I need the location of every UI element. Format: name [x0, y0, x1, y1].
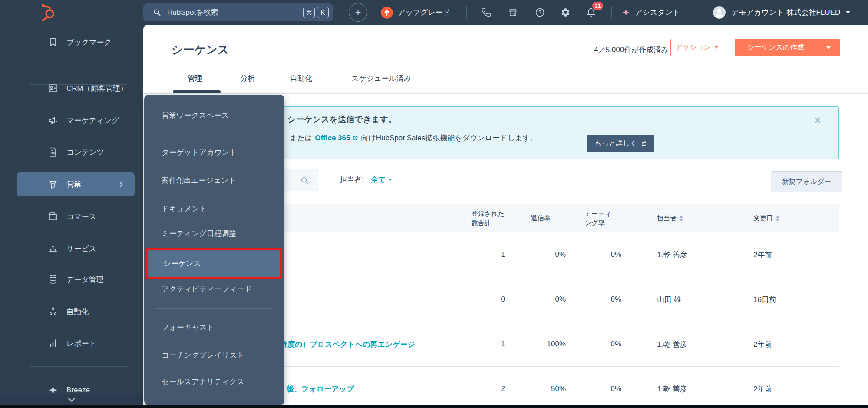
modified-cell: 2年前: [738, 250, 839, 260]
sidebar-item-service[interactable]: サービス: [0, 239, 143, 258]
actions-button[interactable]: アクション: [670, 39, 723, 56]
sidebar-collapse-button[interactable]: [0, 394, 143, 405]
reply-rate-cell: 0%: [510, 295, 571, 304]
sidebar-item-automation[interactable]: 自動化: [0, 302, 143, 321]
sparkle-icon: [622, 8, 630, 17]
sidebar-item-label: コンテンツ: [66, 147, 104, 157]
calling-icon[interactable]: [481, 7, 491, 17]
owner-filter-selected: 全て: [371, 175, 386, 185]
owner-filter-value[interactable]: 全て: [371, 175, 392, 185]
contact-card-icon: [48, 83, 58, 93]
sequence-name-link[interactable]: 確度の）プロスペクトへの再エンゲージ: [280, 340, 415, 348]
k-key-icon: K: [317, 7, 329, 18]
sidebar-item-marketing[interactable]: マーケティング: [0, 111, 143, 130]
sidebar-item-label: レポート: [66, 338, 96, 348]
account-name: デモアカウント-株式会社FLUED: [731, 7, 840, 17]
top-bar: ⌘ K + アップグレード 21 アシスタント デモアカウント-株式会社FLUE…: [0, 0, 868, 25]
modified-cell: 2年前: [738, 384, 839, 394]
table-row[interactable]: 1 0% 0% 1.乾 善彦 2年前: [278, 232, 839, 277]
account-menu[interactable]: デモアカウント-株式会社FLUED: [713, 5, 850, 20]
screen-bottom-edge: [0, 405, 868, 408]
workflow-icon: [48, 306, 58, 317]
modified-cell: 16日前: [738, 295, 839, 305]
col-header-modified[interactable]: 変更日: [738, 214, 839, 222]
sidebar-item-label: コマース: [66, 212, 96, 222]
menu-item-activity-feed[interactable]: アクティビティーフィード: [144, 279, 284, 299]
banner-close-button[interactable]: ×: [814, 115, 821, 126]
page-title: シーケンス: [172, 42, 229, 57]
sidebar-item-bookmarks[interactable]: ブックマーク: [0, 33, 143, 52]
quick-create-button[interactable]: +: [349, 3, 367, 22]
menu-item-documents[interactable]: ドキュメント: [144, 199, 284, 218]
banner-body: または Office 365 向けHubSpot Sales拡張機能をダウンロー…: [290, 133, 538, 143]
search-icon: [153, 8, 161, 17]
topbar-divider: [611, 6, 612, 19]
menu-item-sales-analytics[interactable]: セールスアナリティクス: [144, 372, 284, 391]
sidebar-item-content[interactable]: コンテンツ: [0, 143, 143, 162]
menu-item-sales-workspace[interactable]: 営業ワークスペース: [144, 106, 284, 125]
help-icon[interactable]: [535, 7, 545, 17]
wallet-icon: [48, 211, 58, 222]
sequence-name-cell[interactable]: 確度の）プロスペクトへの再エンゲージ: [278, 339, 469, 349]
menu-item-forecast[interactable]: フォーキャスト: [144, 318, 284, 337]
reply-rate-cell: 0%: [510, 250, 571, 259]
sidebar-item-reports[interactable]: レポート: [0, 334, 143, 353]
service-bell-icon: [48, 243, 58, 254]
sequence-name-cell[interactable]: 後、フォローアップ: [278, 384, 469, 394]
sidebar-item-sales[interactable]: 営業: [17, 172, 135, 196]
meeting-rate-cell: 0%: [571, 250, 632, 259]
sidebar-item-data[interactable]: データ管理: [0, 270, 143, 289]
settings-gear-icon[interactable]: [561, 7, 571, 17]
hubspot-logo-icon[interactable]: [38, 3, 57, 22]
enrolled-cell: 1: [469, 250, 510, 259]
learn-more-button[interactable]: もっと詳しく: [587, 135, 654, 152]
database-icon: [48, 274, 58, 285]
marketplace-icon[interactable]: [508, 7, 518, 17]
owner-filter[interactable]: 担当者: 全て: [340, 175, 392, 185]
banner-text: 向けHubSpot Sales拡張機能をダウンロードします。: [361, 133, 537, 143]
upgrade-button[interactable]: アップグレード: [380, 6, 450, 19]
menu-item-sequences[interactable]: シーケンス: [146, 248, 282, 279]
tab-scheduled[interactable]: スケジュール済み: [351, 73, 411, 83]
table-row[interactable]: 確度の）プロスペクトへの再エンゲージ 1 100% 0% 1.乾 善彦 2年前: [278, 322, 839, 367]
active-tab-indicator: [173, 90, 221, 93]
banner-text: または: [290, 133, 312, 143]
sort-icon: [776, 216, 779, 221]
avatar: [713, 6, 726, 19]
table-row[interactable]: 後、フォローアップ 2 50% 0% 1.乾 善彦 2年前: [278, 367, 839, 405]
table-row[interactable]: 0 0% 0% 山田 雄一 16日前: [278, 277, 839, 322]
menu-item-meetings[interactable]: ミーティング日程調整: [144, 224, 284, 243]
search-icon: [300, 176, 309, 185]
assistant-button[interactable]: アシスタント: [622, 6, 680, 19]
sequence-name-link[interactable]: 後、フォローアップ: [287, 385, 354, 393]
enrolled-cell: 0: [469, 295, 510, 304]
sidebar-item-commerce[interactable]: コマース: [0, 207, 143, 226]
quota-text: 4／5,000件が作成済み: [560, 45, 669, 55]
tab-automation[interactable]: 自動化: [290, 73, 312, 83]
tab-manage[interactable]: 管理: [188, 73, 202, 83]
upgrade-label: アップグレード: [398, 7, 450, 17]
sidebar-nav: ブックマーク CRM（顧客管理） マーケティング コンテンツ 営業 コマース サ…: [0, 25, 143, 408]
sidebar-item-crm[interactable]: CRM（顧客管理）: [0, 79, 143, 98]
create-sequence-button[interactable]: シーケンスの作成: [735, 39, 840, 56]
bookmark-icon: [48, 37, 58, 47]
sequences-table: 登録された数合計 返信率 ミーティング率 担当者 変更日 1 0% 0% 1.乾…: [278, 204, 839, 405]
new-folder-button[interactable]: 新規フォルダー: [771, 171, 842, 192]
sort-icon: [680, 216, 683, 221]
owner-filter-label: 担当者:: [340, 175, 364, 185]
col-header-owner[interactable]: 担当者: [632, 214, 738, 222]
owner-cell: 1.乾 善彦: [632, 384, 738, 394]
create-sequence-dropdown[interactable]: [817, 46, 840, 49]
menu-item-target-accounts[interactable]: ターゲットアカウント: [144, 143, 284, 162]
menu-item-coaching-playlists[interactable]: コーチングプレイリスト: [144, 345, 284, 365]
upgrade-arrow-icon: [380, 6, 393, 19]
enrolled-cell: 1: [469, 340, 510, 348]
create-sequence-label: シーケンスの作成: [735, 43, 817, 52]
tab-analyze[interactable]: 分析: [240, 73, 255, 83]
office365-link[interactable]: Office 365: [315, 134, 358, 143]
global-search-input[interactable]: [167, 8, 276, 17]
global-search[interactable]: ⌘ K: [143, 3, 333, 21]
bar-chart-icon: [48, 338, 58, 348]
sidebar-item-label: 営業: [66, 179, 81, 189]
menu-item-prospecting-agent[interactable]: 案件創出エージェント: [144, 171, 284, 190]
